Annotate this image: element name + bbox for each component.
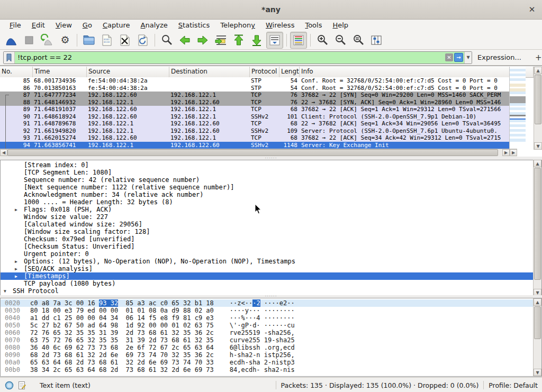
expander-closed-icon[interactable]: ▶ [15,258,17,266]
packet-row[interactable]: 8670.013850163fe:54:00:d4:38:2aSTP54Conf… [0,85,517,92]
colorize-icon[interactable] [290,32,307,49]
detail-line[interactable]: ▶[SEQ/ACK analysis] [1,265,541,272]
packet-row[interactable]: 8771.647777234192.168.122.60192.168.122.… [0,92,517,99]
detail-line[interactable]: [Calculated window size: 29056] [1,221,541,228]
start-capture-icon[interactable] [3,32,20,49]
detail-line[interactable]: TCP payload (1080 bytes) [1,280,541,287]
menu-item-help[interactable]: Help [327,20,354,30]
detail-line[interactable]: ▶Flags: 0x018 (PSH, ACK) [1,206,541,213]
scroll-right-icon[interactable]: ▶ [510,149,517,156]
open-file-icon[interactable] [80,32,97,49]
detail-line[interactable]: [Checksum Status: Unverified] [1,243,541,250]
scroll-down-icon[interactable]: ▼ [534,142,542,150]
last-packet-icon[interactable] [248,32,265,49]
detail-line[interactable]: Checksum: 0x79ed [unverified] [1,235,541,243]
expander-open-icon[interactable]: ▼ [4,288,6,295]
goto-packet-icon[interactable] [212,32,229,49]
apply-filter-icon[interactable]: → [454,53,463,62]
detail-line[interactable]: 1000 .... = Header Length: 32 bytes (8) [1,198,541,206]
zoom-out-icon[interactable] [332,32,349,49]
expert-info-icon[interactable] [5,381,14,390]
menu-item-go[interactable]: Go [77,20,97,30]
packet-row[interactable]: 9171.648789678192.168.122.1192.168.122.6… [0,120,517,127]
packet-row[interactable]: 8568.001734936fe:54:00:d4:38:2aSTP54Conf… [0,77,517,85]
hex-row[interactable]: 00505c 27 b2 67 50 ad 64 98 1d 92 00 00 … [1,322,541,329]
display-filter-field[interactable]: !tcp.port == 22 ✕ → ▼ [3,51,472,64]
scroll-down-icon[interactable]: ▼ [534,369,541,376]
detail-line[interactable]: [Next sequence number: 1122 (relative se… [1,184,541,191]
menu-item-statistics[interactable]: Statistics [173,20,215,30]
menu-item-wireless[interactable]: Wireless [260,20,300,30]
packet-row[interactable]: 9271.661949820192.168.122.1192.168.122.6… [0,127,517,135]
first-packet-icon[interactable] [230,32,247,49]
detail-line[interactable]: Sequence number: 42 (relative sequence n… [1,176,541,184]
save-file-icon[interactable]: 01010110 [98,32,115,49]
column-header-no[interactable]: No. [0,67,33,77]
column-header-time[interactable]: Time [33,67,87,77]
hex-row[interactable]: 007063 75 72 76 65 32 35 35 31 39 2d 73 … [1,336,541,344]
zoom-original-icon[interactable] [350,32,367,49]
display-filter-input[interactable]: !tcp.port == 22 [15,52,444,63]
scroll-up-icon[interactable]: ▲ [534,160,541,167]
scrollbar-thumb[interactable] [534,306,541,339]
detail-line[interactable]: [TCP Segment Len: 1080] [1,169,541,176]
clear-filter-icon[interactable]: ✕ [445,53,453,61]
detail-line[interactable]: [Window size scaling factor: 128] [1,228,541,235]
column-header-protocol[interactable]: Protocol [250,67,279,77]
packet-list-header[interactable]: No.TimeSourceDestinationProtocolLengthIn… [0,67,534,78]
packet-row[interactable]: 8971.648191037192.168.122.60192.168.122.… [0,106,517,113]
chevron-down-icon[interactable]: ▼ [464,52,472,63]
scroll-up-icon[interactable]: ▲ [534,67,542,74]
menu-item-telephony[interactable]: Telephony [215,20,260,30]
scroll-up-icon[interactable]: ▲ [534,298,541,306]
detail-line[interactable]: [Stream index: 0] [1,161,541,169]
packet-row[interactable]: 9371.662015274192.168.122.60192.168.122.… [0,134,517,142]
detail-line[interactable]: ▶Options: (12 bytes), No-Operation (NOP)… [1,258,541,265]
intelligent-scrollbar[interactable] [509,67,526,150]
detail-line[interactable]: Window size value: 227 [1,213,541,221]
scrollbar-thumb[interactable] [7,149,498,156]
hex-row[interactable]: 00b038 34 2c 65 63 64 68 2d 73 68 61 32 … [1,366,541,373]
hex-row[interactable]: 003080 18 00 e3 79 ed 00 00 01 01 08 0a … [1,307,541,314]
column-header-destination[interactable]: Destination [169,67,250,77]
packet-row[interactable]: 8871.648146932192.168.122.1192.168.122.6… [0,99,517,106]
profile-status[interactable]: Profile: Default [489,381,538,389]
stop-capture-icon[interactable] [21,32,38,49]
capture-options-icon[interactable]: ⚙ [57,32,74,49]
packet-row[interactable]: 9471.663856741192.168.122.1192.168.122.6… [0,142,517,149]
scrollbar-thumb[interactable] [534,168,541,280]
scrollbar-thumb[interactable] [535,75,541,124]
menu-item-analyze[interactable]: Analyze [136,20,173,30]
resize-columns-icon[interactable] [368,32,385,49]
auto-scroll-icon[interactable] [266,32,283,49]
scroll-right-icon[interactable]: ▶ [502,149,510,156]
hex-row[interactable]: 009068 2d 73 68 61 32 2d 6e 69 73 74 70 … [1,351,541,359]
hex-row[interactable]: 0020c0 a8 7a 3c 00 16 93 32 85 a3 ac c0 … [1,299,541,307]
bytes-vscrollbar[interactable]: ▲ ▼ [533,298,541,376]
add-filter-button[interactable]: + [531,53,542,62]
hex-row[interactable]: 008036 40 6c 69 62 73 73 68 2e 6f 72 67 … [1,344,541,351]
zoom-in-icon[interactable] [314,32,331,49]
reload-file-icon[interactable] [134,32,151,49]
packet-list-vscrollbar[interactable]: ▲ ▼ [534,67,542,150]
detail-line[interactable]: ▶[Timestamps] [1,272,541,280]
scroll-left-icon[interactable]: ◀ [0,149,7,156]
details-vscrollbar[interactable]: ▲ ▼ [533,160,541,296]
hex-row[interactable]: 0040a1 dd c1 25 00 00 04 34 06 14 f5 e8 … [1,314,541,322]
menu-item-tools[interactable]: Tools [300,20,327,30]
expander-closed-icon[interactable]: ▶ [15,266,17,273]
find-packet-icon[interactable] [158,32,175,49]
detail-line[interactable]: Urgent pointer: 0 [1,250,541,258]
bookmark-icon[interactable] [4,52,15,63]
menu-item-view[interactable]: View [50,20,77,30]
hex-row[interactable]: 006072 76 65 32 35 35 31 39 2d 73 68 61 … [1,329,541,336]
detail-line[interactable]: Acknowledgment number: 34 (relative ack … [1,191,541,198]
capture-comment-icon[interactable] [18,381,26,390]
close-file-icon[interactable] [116,32,133,49]
column-header-source[interactable]: Source [87,67,169,77]
column-header-length[interactable]: Length [279,67,300,77]
menu-item-edit[interactable]: Edit [26,20,50,30]
menu-item-file[interactable]: File [4,20,26,30]
close-icon[interactable]: ✕ [526,4,538,15]
previous-packet-icon[interactable] [176,32,193,49]
